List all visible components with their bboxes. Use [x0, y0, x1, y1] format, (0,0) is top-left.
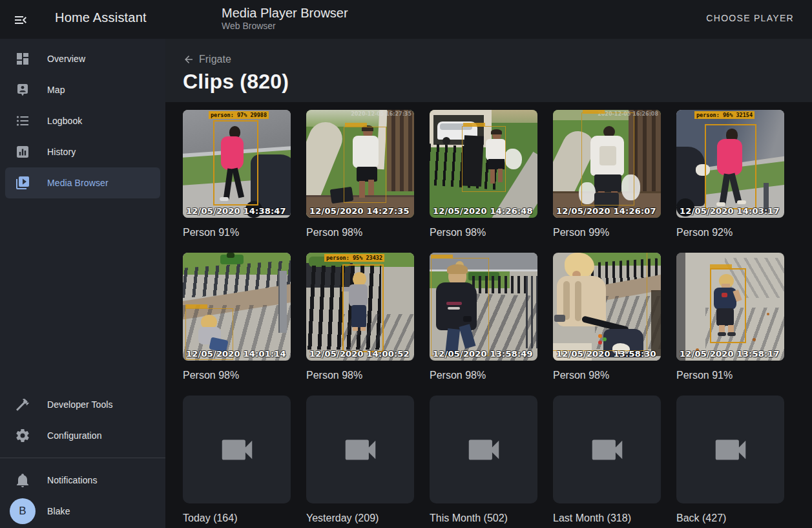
arrow-left-icon	[183, 54, 194, 65]
bell-icon	[15, 472, 30, 488]
sidebar-item-map[interactable]: Map	[5, 74, 160, 105]
folder-thumbnail[interactable]	[183, 396, 291, 503]
choose-player-button[interactable]: CHOOSE PLAYER	[702, 12, 798, 24]
sidebar-item-label: Overview	[47, 54, 85, 64]
clips-grid-area: person: 97% 29988 12/05/2020 14:38:47 Pe…	[165, 102, 812, 528]
video-camera-icon	[217, 430, 257, 470]
video-camera-icon	[464, 430, 504, 470]
clip-timestamp: 12/05/2020 13:58:30	[556, 349, 656, 359]
hammer-icon	[15, 397, 30, 412]
clip-caption: Person 98%	[183, 369, 291, 381]
media-folder-card: Last Month (318)	[553, 396, 661, 524]
clip-thumbnail[interactable]: 12/05/2020 13:58:49	[430, 253, 537, 361]
clip-caption: Person 98%	[306, 369, 414, 381]
clip-caption: Person 91%	[676, 369, 784, 381]
clip-timestamp: 12/05/2020 14:26:07	[556, 206, 656, 216]
sidebar-item-logbook[interactable]: Logbook	[5, 105, 160, 136]
clip-thumbnail[interactable]: person: 97% 29988 12/05/2020 14:38:47	[183, 110, 291, 218]
clip-timestamp: 12/05/2020 14:03:17	[680, 206, 780, 216]
clip-caption: Person 98%	[306, 226, 414, 238]
folder-label: Yesterday (209)	[306, 512, 414, 524]
clip-timestamp: 12/05/2020 13:58:17	[680, 349, 780, 359]
sidebar-item-configuration[interactable]: Configuration	[5, 420, 160, 451]
clip-caption: Person 91%	[183, 226, 291, 238]
clip-card: 12/05/2020 13:58:17 Person 91%	[676, 253, 784, 381]
clips-grid: person: 97% 29988 12/05/2020 14:38:47 Pe…	[165, 102, 812, 524]
media-folder-card: Yesterday (209)	[306, 396, 414, 524]
sidebar-item-label: Logbook	[47, 116, 82, 126]
detection-label: person: 96% 32154	[694, 111, 755, 119]
sidebar-item-media-browser[interactable]: Media Browser	[5, 167, 160, 198]
media-folder-card: Back (427)	[676, 396, 784, 524]
media-folder-card: This Month (502)	[430, 396, 537, 524]
clip-thumbnail[interactable]: 2020-12-05 16:27:35 12/05/2020 14:27:35	[306, 110, 414, 218]
sidebar-divider	[0, 458, 165, 458]
sidebar-item-label: Developer Tools	[47, 399, 113, 410]
breadcrumb[interactable]: Frigate	[183, 54, 231, 65]
clip-card: 12/05/2020 14:26:48 Person 98%	[430, 110, 537, 238]
home-assistant-app: Home Assistant Media Player Browser Web …	[0, 0, 812, 528]
detection-label: person: 97% 29988	[209, 111, 269, 119]
clip-caption: Person 98%	[430, 226, 537, 238]
sidebar-item-overview[interactable]: Overview	[5, 43, 160, 74]
clip-thumbnail[interactable]: 12/05/2020 14:01:14	[183, 253, 291, 361]
sidebar-item-label: Map	[47, 85, 65, 95]
play-box-multiple-icon	[15, 175, 30, 191]
clip-timestamp: 12/05/2020 14:26:48	[433, 206, 533, 216]
clip-card: 2020-12-05 16:26:08 12/05/2020 14:26:07 …	[553, 110, 661, 238]
page-subtitle: Web Browser	[222, 21, 276, 31]
clip-timestamp: 12/05/2020 14:27:35	[309, 206, 410, 216]
detection-label: person: 95% 23432	[324, 254, 384, 262]
sidebar-title: Home Assistant	[55, 10, 147, 25]
clip-caption: Person 98%	[430, 369, 537, 381]
clip-thumbnail[interactable]: 12/05/2020 13:58:30	[553, 253, 661, 361]
list-bulleted-icon	[15, 113, 30, 129]
clip-card: 12/05/2020 13:58:30 Person 98%	[553, 253, 661, 381]
clip-timestamp: 12/05/2020 14:38:47	[186, 206, 286, 216]
gear-icon	[15, 428, 30, 443]
clip-thumbnail[interactable]: person: 96% 32154 12/05/2020 14:03:17	[676, 110, 784, 218]
folder-thumbnail[interactable]	[306, 396, 414, 503]
folder-thumbnail[interactable]	[430, 396, 537, 503]
menu-open-icon	[13, 12, 28, 28]
clip-card: 2020-12-05 16:27:35 12/05/2020 14:27:35 …	[306, 110, 414, 238]
folder-thumbnail[interactable]	[676, 396, 784, 503]
dashboard-icon	[15, 51, 30, 67]
clip-thumbnail[interactable]: 12/05/2020 14:26:48	[430, 110, 537, 218]
clip-card: person: 96% 32154 12/05/2020 14:03:17 Pe…	[676, 110, 784, 238]
user-name-label: Blake	[47, 506, 70, 516]
clip-timestamp: 12/05/2020 14:00:52	[309, 349, 410, 359]
media-folder-card: Today (164)	[183, 396, 291, 524]
sidebar-item-label: Configuration	[47, 430, 102, 441]
video-camera-icon	[340, 430, 380, 470]
media-browser-header: Frigate Clips (820)	[165, 39, 812, 102]
sidebar-item-history[interactable]: History	[5, 136, 160, 167]
sidebar-item-user-profile[interactable]: B Blake	[5, 496, 160, 527]
sidebar: Overview Map Logbook History	[0, 39, 165, 528]
video-camera-icon	[587, 430, 627, 470]
sidebar-item-notifications[interactable]: Notifications	[5, 465, 160, 496]
clip-thumbnail[interactable]: 12/05/2020 13:58:17	[676, 253, 784, 361]
menu-toggle-button[interactable]	[12, 11, 30, 29]
video-camera-icon	[711, 430, 751, 470]
clip-thumbnail[interactable]: 2020-12-05 16:26:08 12/05/2020 14:26:07	[553, 110, 661, 218]
sidebar-item-developer-tools[interactable]: Developer Tools	[5, 389, 160, 420]
bar-chart-box-icon	[15, 144, 30, 160]
folder-thumbnail[interactable]	[553, 396, 661, 503]
avatar: B	[10, 498, 36, 524]
account-location-icon	[15, 82, 30, 98]
clip-thumbnail[interactable]: person: 95% 23432 12/05/2020 14:00:52	[306, 253, 414, 361]
page-heading: Clips (820)	[183, 70, 289, 94]
folder-label: Last Month (318)	[553, 512, 661, 524]
breadcrumb-label: Frigate	[199, 54, 231, 65]
page-title: Media Player Browser	[222, 6, 348, 21]
clip-caption: Person 99%	[553, 226, 661, 238]
camera-timestamp: 2020-12-05 16:27:35	[351, 111, 411, 117]
media-browser-panel: Frigate Clips (820)	[165, 39, 812, 528]
clip-caption: Person 98%	[553, 369, 661, 381]
clip-caption: Person 92%	[676, 226, 784, 238]
clip-card: person: 97% 29988 12/05/2020 14:38:47 Pe…	[183, 110, 291, 238]
camera-timestamp: 2020-12-05 16:26:08	[598, 111, 658, 117]
folder-label: This Month (502)	[430, 512, 537, 524]
clip-card: 12/05/2020 14:01:14 Person 98%	[183, 253, 291, 381]
